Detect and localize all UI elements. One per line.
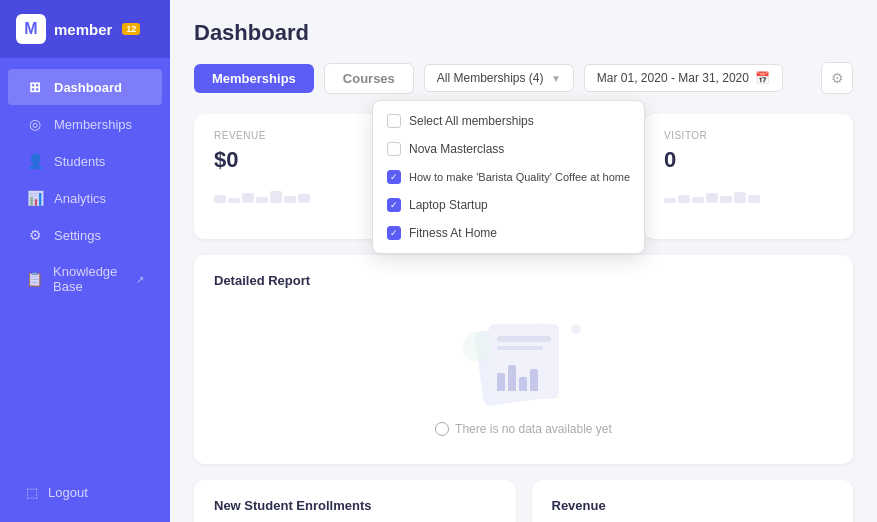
bar — [214, 195, 226, 203]
settings-icon: ⚙ — [26, 227, 44, 243]
bar — [692, 197, 704, 203]
dropdown-item-laptop[interactable]: Laptop Startup — [373, 191, 644, 219]
dropdown-item-label: Nova Masterclass — [409, 142, 504, 156]
revenue-card: Revenue — [532, 480, 854, 522]
illus-bars — [497, 365, 538, 391]
logo-badge: 12 — [122, 23, 140, 35]
no-data-label: There is no data available yet — [455, 422, 612, 436]
dropdown-item-nova[interactable]: Nova Masterclass — [373, 135, 644, 163]
illus-bar — [530, 369, 538, 391]
gear-icon: ⚙ — [831, 70, 844, 86]
bar — [706, 193, 718, 203]
checkbox-all[interactable] — [387, 114, 401, 128]
bar — [228, 198, 240, 203]
sparkline-visitor — [664, 179, 833, 203]
stat-label-revenue: REVENUE — [214, 130, 383, 141]
sidebar-item-memberships[interactable]: ◎ Memberships — [8, 106, 162, 142]
bar — [298, 194, 310, 203]
page-title: Dashboard — [194, 20, 853, 46]
info-icon — [435, 422, 449, 436]
date-range-label: Mar 01, 2020 - Mar 31, 2020 — [597, 71, 749, 85]
checkbox-fitness[interactable] — [387, 226, 401, 240]
sidebar-item-label: Students — [54, 154, 105, 169]
bar — [256, 197, 268, 203]
calendar-icon: 📅 — [755, 71, 770, 85]
revenue-title: Revenue — [552, 498, 834, 513]
dropdown-item-barista[interactable]: How to make 'Barista Quality' Coffee at … — [373, 163, 644, 191]
enrollments-card: New Student Enrollments — [194, 480, 516, 522]
knowledge-icon: 📋 — [26, 271, 43, 287]
dropdown-item-all[interactable]: Select All memberships — [373, 107, 644, 135]
dashboard-icon: ⊞ — [26, 79, 44, 95]
bar — [748, 195, 760, 203]
bar — [284, 196, 296, 203]
bar — [270, 191, 282, 203]
sidebar-logo: M member 12 — [0, 0, 170, 58]
dropdown-item-label: Laptop Startup — [409, 198, 488, 212]
tab-courses[interactable]: Courses — [324, 63, 414, 94]
stat-value-revenue: $0 — [214, 147, 383, 173]
main-content: Dashboard Memberships Courses All Member… — [170, 0, 877, 522]
bar — [734, 192, 746, 203]
memberships-dropdown-menu: Select All memberships Nova Masterclass … — [372, 100, 645, 254]
logo-name: member — [54, 21, 112, 38]
stat-label-visitor: VISITOR — [664, 130, 833, 141]
sidebar-nav: ⊞ Dashboard ◎ Memberships 👤 Students 📊 A… — [0, 58, 170, 463]
dropdown-label: All Memberships (4) — [437, 71, 544, 85]
bottom-row: New Student Enrollments Revenue — [194, 480, 853, 522]
sparkline-revenue — [214, 179, 383, 203]
bar — [242, 193, 254, 203]
illus-bar — [497, 373, 505, 391]
stat-card-visitor: VISITOR 0 — [644, 114, 853, 239]
illus-bar — [508, 365, 516, 391]
date-range-picker[interactable]: Mar 01, 2020 - Mar 31, 2020 📅 — [584, 64, 783, 92]
sidebar: M member 12 ⊞ Dashboard ◎ Memberships 👤 … — [0, 0, 170, 522]
sidebar-item-knowledge[interactable]: 📋 Knowledge Base ↗ — [8, 254, 162, 304]
sidebar-item-label: Analytics — [54, 191, 106, 206]
stat-value-visitor: 0 — [664, 147, 833, 173]
analytics-icon: 📊 — [26, 190, 44, 206]
external-icon: ↗ — [136, 274, 144, 285]
detailed-report-title: Detailed Report — [214, 273, 833, 288]
logout-button[interactable]: ⬚ Logout — [8, 471, 162, 514]
sidebar-item-label: Memberships — [54, 117, 132, 132]
sidebar-item-students[interactable]: 👤 Students — [8, 143, 162, 179]
sidebar-item-label: Dashboard — [54, 80, 122, 95]
sidebar-item-analytics[interactable]: 📊 Analytics — [8, 180, 162, 216]
checkbox-nova[interactable] — [387, 142, 401, 156]
logo-icon: M — [16, 14, 46, 44]
dropdown-item-label: Fitness At Home — [409, 226, 497, 240]
checkbox-barista[interactable] — [387, 170, 401, 184]
sidebar-item-dashboard[interactable]: ⊞ Dashboard — [8, 69, 162, 105]
illus-dot — [463, 332, 493, 362]
sidebar-item-settings[interactable]: ⚙ Settings — [8, 217, 162, 253]
enrollments-title: New Student Enrollments — [214, 498, 496, 513]
membership-filter-dropdown[interactable]: All Memberships (4) ▼ — [424, 64, 574, 92]
bar — [678, 195, 690, 203]
illus-dot-small — [571, 324, 581, 334]
settings-button[interactable]: ⚙ — [821, 62, 853, 94]
illus-front-page — [489, 324, 559, 399]
no-data-text: There is no data available yet — [435, 422, 612, 436]
detailed-report-card: Detailed Report — [194, 255, 853, 464]
sidebar-item-label: Settings — [54, 228, 101, 243]
tab-memberships[interactable]: Memberships — [194, 64, 314, 93]
bar — [720, 196, 732, 203]
illus-bar — [519, 377, 527, 391]
checkbox-laptop[interactable] — [387, 198, 401, 212]
chevron-down-icon: ▼ — [551, 73, 561, 84]
filter-bar: Memberships Courses All Memberships (4) … — [194, 62, 853, 94]
dropdown-item-label: Select All memberships — [409, 114, 534, 128]
dropdown-item-fitness[interactable]: Fitness At Home — [373, 219, 644, 247]
bar — [664, 198, 676, 203]
illus-line — [497, 336, 551, 342]
illus-line — [497, 346, 543, 350]
detailed-report-empty: There is no data available yet — [214, 302, 833, 446]
logout-icon: ⬚ — [26, 485, 38, 500]
memberships-icon: ◎ — [26, 116, 44, 132]
students-icon: 👤 — [26, 153, 44, 169]
sidebar-item-label: Knowledge Base — [53, 264, 124, 294]
report-illustration — [459, 322, 589, 412]
dropdown-item-label: How to make 'Barista Quality' Coffee at … — [409, 171, 630, 183]
